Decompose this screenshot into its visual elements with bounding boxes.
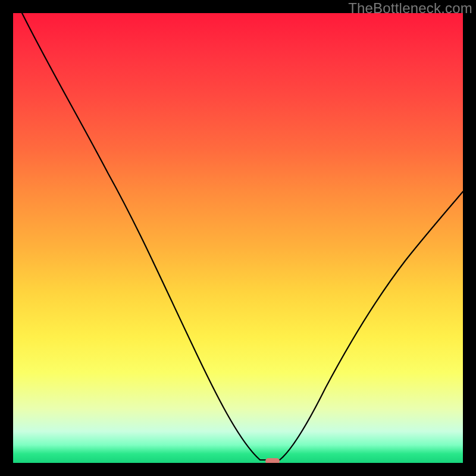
plot-area — [13, 13, 463, 463]
bottleneck-curve — [22, 13, 463, 460]
watermark-text: TheBottleneck.com — [348, 0, 472, 17]
chart-frame: TheBottleneck.com — [0, 0, 476, 476]
curve-svg — [13, 13, 463, 463]
min-marker — [265, 458, 280, 463]
